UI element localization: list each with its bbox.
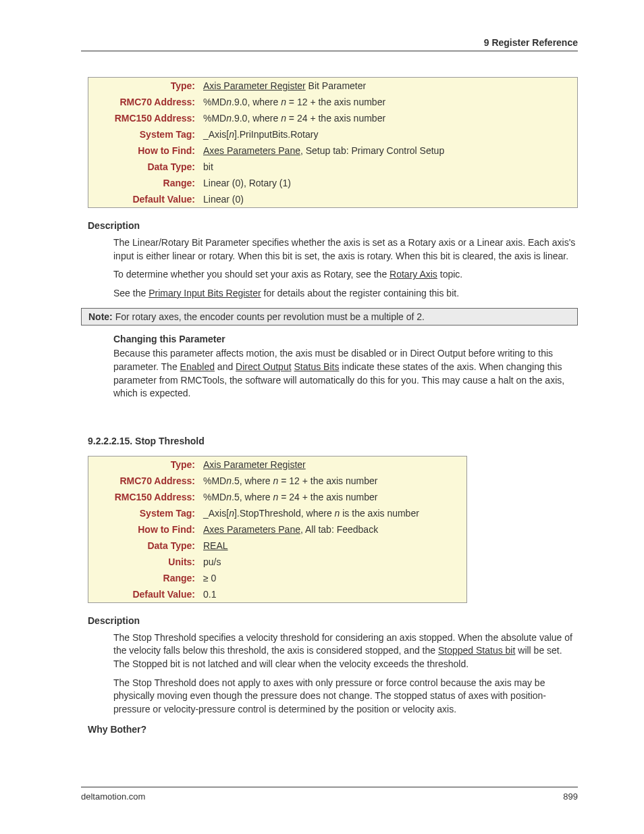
rotary-axis-link[interactable]: Rotary Axis [390, 269, 437, 280]
systag-value-2: _Axis[n].StopThreshold, where n is the a… [203, 508, 461, 519]
axes-parameters-pane-link[interactable]: Axes Parameters Pane [203, 145, 300, 156]
datatype-label: Data Type: [94, 161, 203, 172]
parameter-table-1: Type: Axis Parameter Register Bit Parame… [88, 77, 578, 208]
stopped-status-bit-link[interactable]: Stopped Status bit [438, 645, 515, 656]
rmc70-label: RMC70 Address: [94, 97, 203, 107]
axes-parameters-pane-link-2[interactable]: Axes Parameters Pane [203, 524, 300, 535]
description-p3: See the Primary Input Bits Register for … [113, 287, 578, 301]
changing-parameter-text: Because this parameter affects motion, t… [113, 347, 578, 400]
datatype-value: bit [203, 161, 572, 172]
rmc70-value-2: %MDn.5, where n = 12 + the axis number [203, 475, 461, 486]
range-value-2: ≥ 0 [203, 573, 461, 583]
howto-label-2: How to Find: [94, 524, 203, 535]
type-value-2: Axis Parameter Register [203, 459, 461, 470]
parameter-table-2: Type: Axis Parameter Register RMC70 Addr… [88, 456, 467, 603]
units-value: pu/s [203, 556, 461, 567]
type-label: Type: [94, 80, 203, 91]
rmc150-label: RMC150 Address: [94, 113, 203, 124]
howto-value: Axes Parameters Pane, Setup tab: Primary… [203, 145, 572, 156]
direct-output-link[interactable]: Direct Output [236, 361, 291, 372]
axis-parameter-register-link[interactable]: Axis Parameter Register [203, 80, 306, 91]
systag-value: _Axis[n].PriInputBits.Rotary [203, 129, 572, 140]
rmc150-label-2: RMC150 Address: [94, 492, 203, 502]
why-bother-heading: Why Bother? [88, 724, 578, 735]
rmc70-label-2: RMC70 Address: [94, 475, 203, 486]
rmc150-value-2: %MDn.5, where n = 24 + the axis number [203, 492, 461, 502]
systag-label: System Tag: [94, 129, 203, 140]
primary-input-bits-register-link[interactable]: Primary Input Bits Register [149, 288, 261, 298]
description2-p1: The Stop Threshold specifies a velocity … [113, 631, 578, 671]
status-bits-link[interactable]: Status Bits [294, 361, 339, 372]
type-value: Axis Parameter Register Bit Parameter [203, 80, 572, 91]
description-p2: To determine whether you should set your… [113, 268, 578, 282]
page-footer: deltamotion.com 899 [81, 787, 578, 802]
description-p1: The Linear/Rotary Bit Parameter specifie… [113, 236, 578, 263]
rmc70-value: %MDn.9.0, where n = 12 + the axis number [203, 97, 572, 107]
page-header: 9 Register Reference [81, 37, 578, 51]
section-number: 9.2.2.2.15. Stop Threshold [88, 436, 578, 446]
enabled-link[interactable]: Enabled [180, 361, 215, 372]
range-label: Range: [94, 178, 203, 188]
howto-label: How to Find: [94, 145, 203, 156]
default-value-2: 0.1 [203, 589, 461, 600]
default-label-2: Default Value: [94, 589, 203, 600]
systag-label-2: System Tag: [94, 508, 203, 519]
datatype-value-2: REAL [203, 540, 461, 551]
range-label-2: Range: [94, 573, 203, 583]
real-link[interactable]: REAL [203, 540, 228, 551]
default-value: Linear (0) [203, 194, 572, 205]
description2-p2: The Stop Threshold does not apply to axe… [113, 677, 578, 716]
range-value: Linear (0), Rotary (1) [203, 178, 572, 188]
footer-domain: deltamotion.com [81, 791, 145, 802]
units-label: Units: [94, 556, 203, 567]
datatype-label-2: Data Type: [94, 540, 203, 551]
description-heading-1: Description [88, 220, 578, 231]
type-label-2: Type: [94, 459, 203, 470]
footer-page-number: 899 [563, 791, 578, 802]
default-label: Default Value: [94, 194, 203, 205]
note-box: Note: For rotary axes, the encoder count… [81, 308, 578, 325]
description-heading-2: Description [88, 615, 578, 626]
rmc150-value: %MDn.9.0, where n = 24 + the axis number [203, 113, 572, 124]
axis-parameter-register-link-2[interactable]: Axis Parameter Register [203, 459, 306, 470]
changing-parameter-heading: Changing this Parameter [113, 334, 578, 344]
howto-value-2: Axes Parameters Pane, All tab: Feedback [203, 524, 461, 535]
